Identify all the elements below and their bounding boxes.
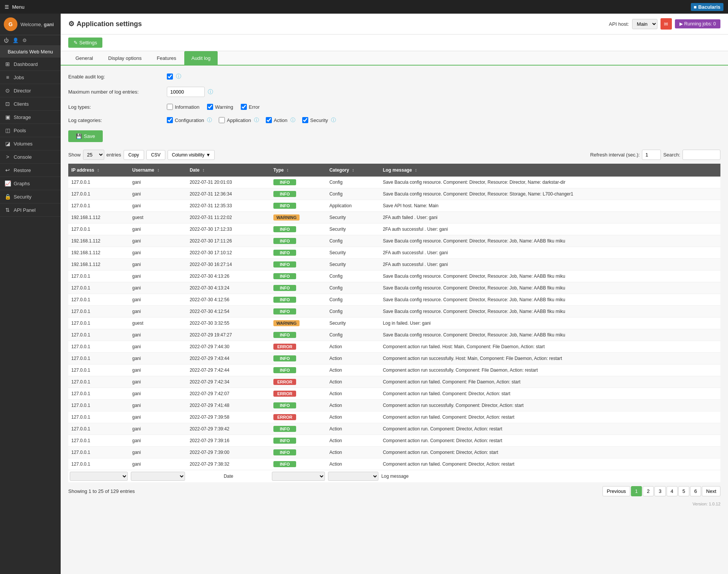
log-type-warning-label[interactable]: Warning <box>207 104 233 110</box>
settings-gear-icon: ⚙ <box>68 20 74 28</box>
menu-toggle[interactable]: ☰ Menu <box>5 4 25 10</box>
col-header-type[interactable]: Type ↕ <box>270 164 326 177</box>
running-jobs-button[interactable]: ▶ Running jobs: 0 <box>675 19 720 28</box>
info-icon-action[interactable]: ⓘ <box>290 117 295 124</box>
log-types-label: Log types: <box>68 104 167 110</box>
sidebar-item-pools[interactable]: ◫Pools <box>0 124 61 137</box>
cell-date: 2022-07-30 17:10:12 <box>187 247 270 259</box>
log-cat-configuration-label[interactable]: Configurationⓘ <box>167 117 212 124</box>
cell-type: ERROR <box>270 388 326 400</box>
col-header-ip[interactable]: IP address ↕ <box>68 164 129 177</box>
pagination-next-button[interactable]: Next <box>702 486 720 496</box>
copy-button[interactable]: Copy <box>124 150 144 160</box>
power-icon[interactable]: ⏻ <box>4 38 9 43</box>
cell-username: gani <box>129 376 187 388</box>
type-badge: INFO <box>273 261 296 267</box>
sidebar-item-storage[interactable]: ▣Storage <box>0 111 61 124</box>
type-badge: INFO <box>273 402 296 408</box>
show-entries-select[interactable]: 10 25 50 100 <box>83 150 104 160</box>
pagination-page-3-button[interactable]: 3 <box>654 486 665 496</box>
sidebar-label-graphs: Graphs <box>14 181 30 186</box>
cell-type: WARNING <box>270 212 326 224</box>
user-icon[interactable]: 👤 <box>13 38 19 43</box>
log-cat-configuration-checkbox[interactable] <box>167 117 173 123</box>
save-button[interactable]: 💾 Save <box>68 130 103 142</box>
info-icon-application[interactable]: ⓘ <box>254 117 259 124</box>
cell-type: INFO <box>270 188 326 200</box>
col-header-message[interactable]: Log message ↕ <box>380 164 720 177</box>
pagination-page-5-button[interactable]: 5 <box>678 486 689 496</box>
max-entries-info-icon[interactable]: ⓘ <box>208 89 213 95</box>
sidebar: G Welcome, gani ⏻ 👤 ⚙ Bacularis Web Menu… <box>0 14 61 574</box>
refresh-interval-input[interactable]: 1 <box>642 150 661 160</box>
tab-audit-log[interactable]: Audit log <box>184 51 218 65</box>
sidebar-item-director[interactable]: ⊙Director <box>0 84 61 97</box>
max-entries-input[interactable] <box>167 87 205 97</box>
tab-features[interactable]: Features <box>149 51 183 65</box>
log-type-information-checkbox[interactable] <box>167 104 173 110</box>
info-icon-configuration[interactable]: ⓘ <box>207 117 212 124</box>
enable-audit-checkbox[interactable] <box>167 74 173 80</box>
table-row: 127.0.0.1 gani 2022-07-30 4:12:56 INFO C… <box>68 294 720 306</box>
pagination-page-6-button[interactable]: 6 <box>690 486 701 496</box>
col-header-category[interactable]: Category ↕ <box>326 164 380 177</box>
cell-date: 2022-07-31 20:01:03 <box>187 177 270 188</box>
category-filter-select[interactable] <box>328 472 378 481</box>
log-type-error-checkbox[interactable] <box>241 104 247 110</box>
cell-type: INFO <box>270 271 326 282</box>
log-type-error-label[interactable]: Error <box>241 104 260 110</box>
sidebar-label-jobs: Jobs <box>14 75 24 80</box>
table-header-row: IP address ↕Username ↕Date ↕Type ↕Catego… <box>68 164 720 177</box>
log-cat-action-checkbox[interactable] <box>266 117 272 123</box>
search-input[interactable] <box>682 150 720 160</box>
cell-ip: 127.0.0.1 <box>68 188 129 200</box>
email-button[interactable]: ✉ <box>661 18 672 30</box>
enable-audit-info-icon[interactable]: ⓘ <box>176 73 181 80</box>
table-row: 127.0.0.1 gani 2022-07-31 12:36:34 INFO … <box>68 188 720 200</box>
tab-general[interactable]: General <box>68 51 100 65</box>
log-cat-action-label[interactable]: Actionⓘ <box>266 117 295 124</box>
tab-display-options[interactable]: Display options <box>101 51 149 65</box>
cell-message: Component action run successfully. Compo… <box>380 364 720 376</box>
cell-message: 2FA auth successful . User: gani <box>380 259 720 271</box>
table-row: 127.0.0.1 gani 2022-07-29 7:39:16 INFO A… <box>68 435 720 447</box>
log-type-warning-checkbox[interactable] <box>207 104 213 110</box>
pagination-page-4-button[interactable]: 4 <box>667 486 678 496</box>
api-host-select[interactable]: Main <box>632 19 657 29</box>
cell-date: 2022-07-29 7:39:00 <box>187 447 270 458</box>
log-type-information-label[interactable]: Information <box>167 104 199 110</box>
sidebar-item-jobs[interactable]: ≡Jobs <box>0 71 61 84</box>
sidebar-icon-clients: ⊡ <box>5 101 11 107</box>
col-header-username[interactable]: Username ↕ <box>129 164 187 177</box>
sort-icon-ip: ↕ <box>97 167 99 173</box>
sidebar-item-console[interactable]: >Console <box>0 150 61 164</box>
col-header-date[interactable]: Date ↕ <box>187 164 270 177</box>
sidebar-item-dashboard[interactable]: ⊞Dashboard <box>0 58 61 71</box>
type-filter-select[interactable] <box>272 472 325 481</box>
sidebar-item-graphs[interactable]: 📈Graphs <box>0 177 61 190</box>
pagination-page-2-button[interactable]: 2 <box>643 486 654 496</box>
sidebar-item-restore[interactable]: ↩Restore <box>0 164 61 177</box>
column-visibility-button[interactable]: Column visibility ▼ <box>168 150 215 160</box>
log-cat-security-label[interactable]: Securityⓘ <box>302 117 336 124</box>
log-cat-application-label[interactable]: Applicationⓘ <box>219 117 259 124</box>
csv-button[interactable]: CSV <box>146 150 166 160</box>
sidebar-label-api-panel: API Panel <box>14 207 36 213</box>
log-cat-security-checkbox[interactable] <box>302 117 308 123</box>
settings-button[interactable]: ✎ Settings <box>68 38 102 48</box>
ip-filter-select[interactable] <box>70 472 128 481</box>
pagination-page-1-button[interactable]: 1 <box>631 486 642 496</box>
sidebar-item-api-panel[interactable]: ⇅API Panel <box>0 203 61 217</box>
sidebar-item-volumes[interactable]: ◪Volumes <box>0 137 61 150</box>
username-filter-select[interactable] <box>131 472 185 481</box>
sidebar-icon-security: 🔒 <box>5 194 11 200</box>
sidebar-item-security[interactable]: 🔒Security <box>0 190 61 203</box>
type-badge: INFO <box>273 355 296 361</box>
settings-icon[interactable]: ⚙ <box>22 38 27 43</box>
sidebar-item-clients[interactable]: ⊡Clients <box>0 97 61 111</box>
log-cat-application-checkbox[interactable] <box>219 117 225 123</box>
sidebar-icon-api-panel: ⇅ <box>5 207 11 213</box>
info-icon-security[interactable]: ⓘ <box>331 117 336 124</box>
pagination-prev-button[interactable]: Previous <box>602 486 630 496</box>
type-badge: ERROR <box>273 414 296 420</box>
